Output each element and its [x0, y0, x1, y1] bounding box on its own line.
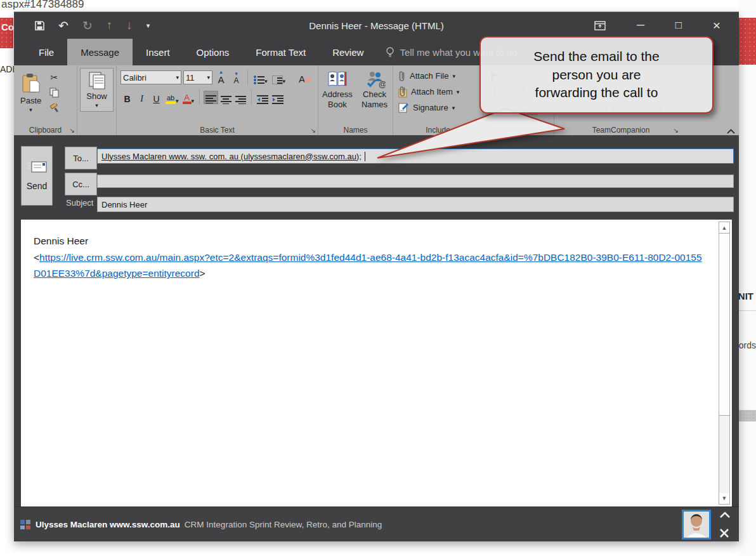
tab-format-text[interactable]: Format Text: [242, 39, 319, 65]
clipboard-dialog-launcher-icon[interactable]: ↘: [70, 127, 75, 134]
minimize-button[interactable]: ─: [632, 19, 649, 32]
body-text: Dennis Heer <https://live.crm.ssw.com.au…: [21, 220, 732, 282]
maximize-button[interactable]: □: [670, 19, 687, 32]
grow-font-button[interactable]: ▴A: [214, 71, 228, 84]
next-item-icon[interactable]: ↓: [126, 18, 133, 32]
font-color-dropdown-icon: ▾: [192, 98, 195, 104]
background-partial-ords-text: ords: [739, 340, 756, 350]
ribbon-group-show: Show ▾: [77, 65, 117, 135]
subject-field[interactable]: Dennis Heer: [97, 197, 734, 212]
scroll-up-icon[interactable]: ▲: [719, 223, 729, 233]
highlight-color-bar: [166, 102, 176, 104]
dismiss-close-icon[interactable]: [720, 529, 734, 538]
text-highlight-button[interactable]: ab▾: [164, 91, 180, 104]
clear-formatting-button[interactable]: A: [297, 71, 312, 84]
message-body[interactable]: Dennis Heer <https://live.crm.ssw.com.au…: [21, 220, 732, 506]
undo-icon[interactable]: ↶: [58, 18, 68, 33]
bullets-dropdown-icon: ▾: [264, 78, 268, 84]
teamcompanion-logo-icon: [20, 520, 30, 529]
highlight-dropdown-icon: ▾: [176, 98, 179, 104]
send-button[interactable]: Send: [21, 146, 53, 206]
ribbon-display-options-icon[interactable]: [594, 21, 611, 30]
bold-button[interactable]: B: [121, 91, 134, 104]
shrink-font-button[interactable]: ▾A: [230, 71, 243, 84]
callout-text: Send the email to the person you are for…: [533, 48, 659, 102]
show-fields-button[interactable]: Show ▾: [80, 68, 114, 112]
check-names-button[interactable]: @ Check Names: [358, 68, 391, 113]
check-names-icon: @: [364, 70, 386, 88]
cut-icon[interactable]: ✂: [48, 72, 60, 83]
align-right-icon: [235, 96, 246, 104]
shrink-font-label: A: [233, 77, 238, 84]
background-url-fragment: aspx#147384889: [1, 0, 84, 11]
vertical-scrollbar[interactable]: ▲ ▼: [719, 222, 730, 505]
angle-close: >: [200, 268, 205, 279]
copy-icon[interactable]: [48, 87, 60, 98]
footer-sender: Ulysses Maclaren www.ssw.com.au: [36, 520, 180, 529]
scroll-down-icon[interactable]: ▼: [719, 493, 729, 503]
ribbon-group-include: Attach File ▾ Attach Item ▾ Signature ▾ …: [393, 65, 483, 135]
increase-indent-button[interactable]: [271, 91, 285, 104]
font-name-value: Calibri: [123, 73, 173, 83]
signature-button[interactable]: Signature ▾: [396, 100, 480, 116]
to-recipient[interactable]: Ulysses Maclaren www. ssw. com. au (ulys…: [101, 152, 362, 161]
attach-item-button[interactable]: Attach Item ▾: [396, 84, 480, 100]
scrollbar-track[interactable]: [719, 416, 729, 493]
format-painter-icon[interactable]: [48, 102, 60, 114]
clipboard-group-label: Clipboard: [14, 126, 77, 135]
underline-button[interactable]: U: [150, 91, 163, 104]
bullets-icon: [254, 76, 264, 84]
attach-item-dropdown-icon: ▾: [457, 89, 460, 95]
tab-options[interactable]: Options: [183, 39, 243, 65]
caption-buttons: ─ □ ×: [594, 12, 734, 39]
body-link-line: <https://live.crm.ssw.com.au/main.aspx?e…: [34, 249, 703, 282]
align-center-icon: [221, 96, 231, 104]
attach-file-button[interactable]: Attach File ▾: [396, 68, 480, 84]
titlebar: ↶ ↻ ↑ ↓ ▾ Dennis Heer - Message (HTML) ─…: [14, 12, 739, 39]
scrollbar-thumb[interactable]: [719, 233, 729, 416]
italic-button[interactable]: I: [135, 91, 148, 104]
tab-review[interactable]: Review: [319, 39, 377, 65]
font-color-button[interactable]: A▾: [181, 91, 196, 104]
to-field[interactable]: Ulysses Maclaren www. ssw. com. au (ulys…: [97, 149, 734, 164]
paste-button[interactable]: Paste ▾: [16, 70, 45, 116]
cc-button[interactable]: Cc...: [65, 173, 97, 195]
teamcompanion-dialog-launcher-icon[interactable]: ↘: [674, 127, 679, 134]
font-size-combo[interactable]: 11 ▾: [183, 70, 212, 84]
align-right-button[interactable]: [234, 91, 247, 104]
redo-icon[interactable]: ↻: [82, 18, 93, 33]
bullets-button[interactable]: ▾: [252, 71, 269, 84]
basic-text-dialog-launcher-icon[interactable]: ↘: [311, 127, 316, 134]
tags-dialog-launcher-icon[interactable]: ↘: [495, 127, 500, 134]
close-button[interactable]: ×: [708, 18, 725, 33]
font-size-dropdown-icon: ▾: [207, 74, 210, 81]
numbering-button[interactable]: ▾: [271, 71, 287, 84]
crm-record-link[interactable]: https://live.crm.ssw.com.au/main.aspx?et…: [34, 252, 702, 279]
increase-indent-icon: [272, 95, 284, 104]
addins-group-label: Add-ins: [502, 126, 554, 135]
expand-chevron-icon[interactable]: [720, 512, 734, 518]
save-icon[interactable]: [35, 21, 44, 30]
previous-item-icon[interactable]: ↑: [107, 18, 113, 32]
font-name-combo[interactable]: Calibri ▾: [121, 70, 181, 84]
cc-field[interactable]: [97, 175, 734, 188]
align-center-button[interactable]: [219, 91, 233, 104]
tab-message[interactable]: Message: [67, 39, 133, 65]
avatar[interactable]: [682, 510, 711, 539]
customize-quick-access-icon[interactable]: ▾: [147, 22, 150, 30]
decrease-indent-button[interactable]: [256, 91, 270, 104]
tab-file[interactable]: File: [25, 39, 67, 65]
address-book-button[interactable]: Address Book: [320, 68, 355, 113]
signature-label: Signature: [413, 103, 448, 112]
signature-icon: [398, 102, 409, 113]
collapse-ribbon-icon[interactable]: [727, 129, 735, 134]
footer-text: Ulysses Maclaren www.ssw.com.au CRM Inte…: [14, 520, 382, 529]
align-left-button[interactable]: [204, 91, 218, 104]
align-left-icon: [205, 95, 216, 103]
footer-controls: [720, 510, 734, 539]
to-button[interactable]: To...: [65, 147, 97, 169]
basic-text-group-label: Basic Text: [117, 126, 318, 135]
include-group-label: Include: [393, 126, 483, 135]
names-group-label: Names: [318, 126, 393, 135]
tab-insert[interactable]: Insert: [133, 39, 183, 65]
